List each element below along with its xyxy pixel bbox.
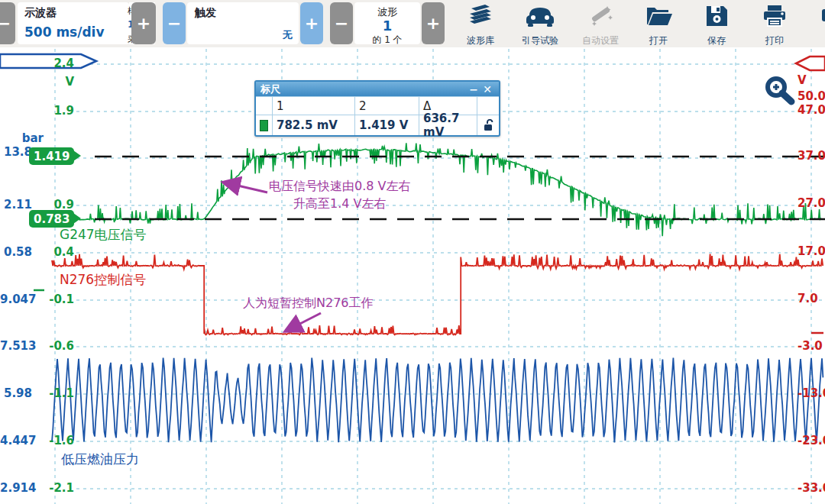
auto-setup-button[interactable]: 自动设置	[573, 2, 628, 46]
pressure-axis-tick: 4.447	[0, 434, 32, 447]
annotation-n276-control: 人为短暂控制N276工作	[243, 294, 374, 312]
scope-title: 示波器	[24, 6, 57, 20]
trigger-plus-button[interactable]: +	[300, 2, 323, 44]
waveform-library-button[interactable]: 波形库	[453, 2, 508, 46]
waveform-count: 1	[354, 19, 420, 34]
waveform-minus-button[interactable]: −	[330, 2, 353, 44]
pressure-axis-unit: bar	[0, 131, 44, 145]
right-axis-tick: 27.0	[798, 196, 825, 210]
ruler-value-row: 782.5 mV1.419 V636.7 mV	[256, 115, 499, 135]
waveform-library-icon	[465, 2, 496, 31]
right-axis-tick: -23.0	[798, 434, 825, 447]
cursor-badge-2[interactable]: 1.419	[29, 147, 74, 165]
trigger-mode: 无	[283, 28, 293, 42]
pressure-axis-tick: 2.914	[0, 481, 32, 495]
cursor-badge-1[interactable]: 0.783	[29, 210, 74, 228]
right-axis-tick: 17.0	[798, 244, 825, 258]
open-button[interactable]: 打开	[631, 2, 686, 46]
waveform-of-label: 的 1 个	[354, 34, 420, 47]
ruler-swatch-cell	[256, 115, 273, 135]
left-axis-tick: 2.4	[44, 57, 74, 70]
ruler-titlebar[interactable]: 标尺 − ✕	[256, 82, 499, 96]
pressure-axis-tick: 0.58	[0, 245, 32, 259]
timebase-minus-button[interactable]: −	[0, 2, 15, 44]
ruler-minimize-button[interactable]: −	[467, 83, 480, 95]
ruler-lock-cell[interactable]	[477, 115, 499, 135]
print-button[interactable]: 打印	[747, 2, 802, 46]
ruler-value-cell: 636.7 mV	[419, 115, 477, 135]
right-axis-tick: 37.0	[798, 149, 825, 163]
ruler-value-cell: 782.5 mV	[273, 115, 355, 135]
pressure-axis-tick: 9.047	[0, 292, 32, 306]
right-axis-tick: -3.0	[798, 339, 823, 353]
left-axis-tick: -0.6	[44, 339, 74, 353]
red-channel-position-arrow	[796, 57, 825, 70]
right-axis-tick: 50.0	[798, 89, 825, 103]
right-axis-tick: -33.0	[798, 481, 825, 495]
pressure-axis-tick: 5.98	[0, 386, 32, 400]
vehicle-icon	[819, 2, 825, 31]
ruler-value-cell: 1.419 V	[355, 115, 419, 135]
left-axis-tick: -1.1	[44, 386, 74, 400]
cursor-lines[interactable]	[95, 157, 825, 219]
left-axis-tick: -2.1	[44, 481, 74, 495]
toolbar: − 示波器 500 ms/div 样本数 1 MS 采样率 200 kS/s +…	[0, 0, 825, 47]
pressure-axis-tick: 13.8	[0, 145, 32, 159]
car-icon	[523, 2, 557, 31]
ruler-title: 标尺	[260, 82, 280, 96]
trigger-minus-button[interactable]: −	[163, 2, 186, 44]
magic-wand-icon	[585, 2, 616, 31]
save-button[interactable]: 保存	[689, 2, 744, 46]
ruler-header-cell: 1	[273, 96, 355, 115]
blue-channel-label: 低压燃油压力	[61, 451, 139, 468]
scope-display[interactable]: V2.41.90.90.4-0.1-0.6-1.1-1.6-2.1bar13.8…	[0, 47, 825, 504]
floppy-disk-icon	[702, 2, 731, 31]
vehicle-button[interactable]: 车	[807, 2, 825, 46]
left-axis-tick: -1.6	[44, 434, 74, 447]
printer-icon	[759, 2, 790, 31]
trigger-title: 触发	[195, 6, 216, 20]
waveform-panel[interactable]: 波形 1 的 1 个	[354, 2, 420, 44]
annotation-voltage-rise: 电压信号快速由0.8 V左右 升高至1.4 V左右	[269, 177, 410, 212]
trigger-panel[interactable]: 触发 无	[187, 2, 299, 44]
ruler-header-cell: 2	[355, 96, 419, 115]
ruler-close-button[interactable]: ✕	[480, 83, 494, 95]
timebase-plus-button[interactable]: +	[131, 2, 156, 44]
waveforms	[52, 143, 823, 442]
open-folder-icon	[643, 2, 674, 31]
ruler-panel[interactable]: 标尺 − ✕ 12Δ 782.5 mV1.419 V636.7 mV	[254, 80, 500, 137]
pressure-axis-tick: 2.11	[0, 198, 32, 212]
right-axis-tick: -13.0	[798, 386, 825, 400]
left-axis-tick: 1.9	[44, 104, 74, 118]
pressure-axis-tick: 7.513	[0, 339, 32, 353]
ruler-header-cell	[477, 96, 499, 115]
right-axis-tick: 7.0	[798, 292, 818, 305]
channel-swatch	[260, 120, 268, 131]
left-axis-unit: V	[63, 75, 74, 89]
left-axis-tick: 0.4	[44, 245, 74, 259]
waveform-plus-button[interactable]: +	[422, 2, 445, 44]
right-axis-tick: 47.0	[798, 103, 825, 117]
guided-tests-button[interactable]: 引导试验	[513, 2, 568, 46]
green-channel-label: G247电压信号	[60, 226, 147, 244]
unlock-icon	[483, 119, 493, 131]
zoom-search-icon[interactable]	[761, 73, 801, 110]
left-axis-tick: -0.1	[44, 292, 74, 306]
oscilloscope-app: − 示波器 500 ms/div 样本数 1 MS 采样率 200 kS/s +…	[0, 0, 825, 504]
ruler-header-cell	[256, 96, 273, 115]
red-channel-label: N276控制信号	[60, 271, 146, 289]
